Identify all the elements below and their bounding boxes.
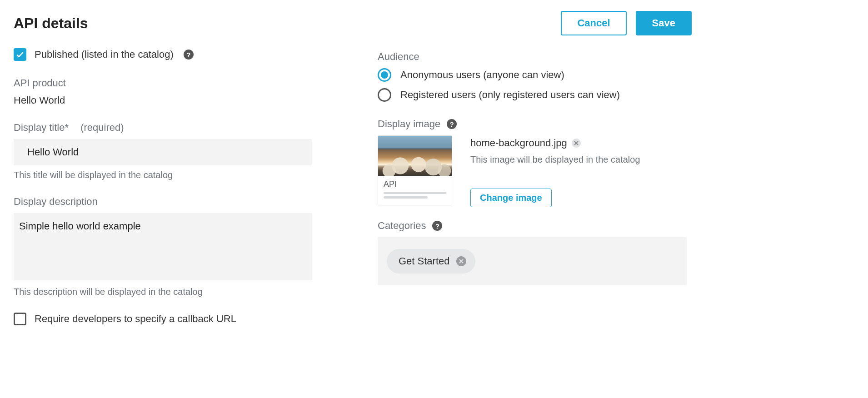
display-description-input[interactable] (14, 213, 312, 280)
help-icon[interactable]: ? (447, 119, 457, 129)
display-title-hint: This title will be displayed in the cata… (14, 170, 328, 180)
help-icon[interactable]: ? (184, 50, 194, 60)
image-preview-card: API (378, 135, 452, 205)
published-label: Published (listed in the catalog) (35, 49, 174, 60)
x-icon (574, 141, 579, 145)
save-button[interactable]: Save (636, 11, 692, 35)
action-row: Cancel Save (561, 11, 692, 35)
page-title: API details (14, 15, 88, 32)
callback-label: Require developers to specify a callback… (35, 313, 236, 325)
x-icon (459, 259, 464, 264)
remove-chip-icon[interactable] (456, 256, 466, 266)
right-panel: Audience Anonymous users (anyone can vie… (378, 48, 692, 342)
api-product-label: API product (14, 77, 328, 89)
image-thumbnail (378, 136, 452, 176)
left-panel: Published (listed in the catalog) ? API … (14, 48, 328, 342)
callback-checkbox[interactable] (14, 313, 26, 325)
audience-option-label: Anonymous users (anyone can view) (400, 69, 564, 81)
help-icon[interactable]: ? (432, 221, 442, 231)
category-chip-label: Get Started (399, 255, 450, 267)
image-card-badge: API (384, 179, 446, 189)
published-checkbox[interactable] (14, 48, 26, 61)
radio-selected-icon (378, 68, 391, 82)
categories-input[interactable]: Get Started (378, 237, 687, 285)
cancel-button[interactable]: Cancel (561, 11, 626, 35)
clear-image-icon[interactable] (572, 139, 581, 148)
audience-option-label: Registered users (only registered users … (400, 89, 620, 101)
check-icon (15, 50, 25, 59)
placeholder-line (384, 192, 446, 194)
display-title-label: Display title* (required) (14, 122, 328, 134)
category-chip: Get Started (387, 249, 475, 274)
audience-registered-option[interactable]: Registered users (only registered users … (378, 88, 692, 102)
audience-label: Audience (378, 51, 692, 63)
placeholder-line (384, 196, 428, 199)
display-description-hint: This description will be displayed in th… (14, 287, 328, 297)
radio-unselected-icon (378, 88, 391, 102)
categories-label: Categories ? (378, 220, 692, 232)
display-image-label: Display image ? (378, 118, 692, 130)
image-hint: This image will be displayed in the cata… (470, 154, 640, 165)
display-description-label: Display description (14, 196, 328, 208)
api-product-value: Hello World (14, 95, 328, 106)
audience-anonymous-option[interactable]: Anonymous users (anyone can view) (378, 68, 692, 82)
change-image-button[interactable]: Change image (470, 189, 552, 207)
display-title-input[interactable] (14, 139, 312, 165)
image-file-name: home-background.jpg (470, 137, 567, 149)
